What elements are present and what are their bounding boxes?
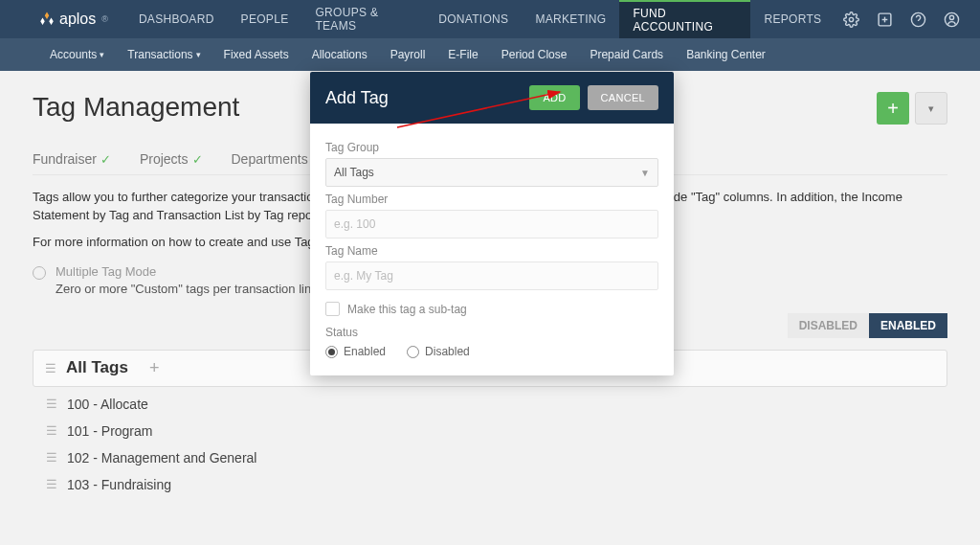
page-title: Tag Management: [33, 92, 239, 123]
tag-group-label: Tag Group: [325, 141, 658, 154]
tag-label: 103 - Fundraising: [67, 477, 171, 492]
tag-name-label: Tag Name: [325, 244, 658, 258]
subnav-accounts[interactable]: Accounts▾: [38, 48, 116, 61]
tag-list: ☰100 - Allocate☰101 - Program☰102 - Mana…: [33, 387, 947, 498]
add-tag-modal: Add Tag ADD CANCEL Tag Group All Tags ▼ …: [310, 72, 674, 375]
toggle-disabled[interactable]: DISABLED: [788, 313, 869, 338]
svg-point-0: [850, 17, 854, 21]
grip-icon: ☰: [46, 397, 57, 411]
toggle-enabled[interactable]: ENABLED: [869, 313, 947, 338]
tag-row[interactable]: ☰100 - Allocate: [46, 391, 947, 418]
add-tag-icon[interactable]: +: [149, 358, 160, 378]
logo-icon: [38, 11, 56, 28]
grip-icon: ☰: [46, 450, 57, 465]
grip-icon: ☰: [45, 361, 56, 375]
subnav-fixed-assets[interactable]: Fixed Assets: [212, 48, 301, 61]
add-dropdown-button[interactable]: ▾: [915, 92, 947, 125]
chevron-down-icon: ▾: [100, 50, 104, 59]
modal-add-button[interactable]: ADD: [529, 85, 579, 110]
subnav-e-file[interactable]: E-File: [436, 48, 489, 61]
check-icon: ✓: [100, 152, 111, 167]
grip-icon: ☰: [46, 477, 57, 491]
tag-label: 100 - Allocate: [67, 397, 148, 412]
nav-donations[interactable]: DONATIONS: [425, 0, 522, 38]
subnav-transactions[interactable]: Transactions▾: [116, 48, 212, 61]
tag-number-input[interactable]: [325, 210, 658, 238]
tab-fundraiser[interactable]: Fundraiser✓: [33, 151, 111, 167]
modal-cancel-button[interactable]: CANCEL: [588, 85, 658, 110]
status-enabled-radio[interactable]: Enabled: [325, 345, 386, 358]
checkbox-icon: [325, 302, 340, 316]
tag-number-label: Tag Number: [325, 193, 658, 206]
subnav-payroll[interactable]: Payroll: [379, 48, 437, 61]
settings-icon[interactable]: [835, 11, 868, 28]
subnav-allocations[interactable]: Allocations: [301, 48, 379, 61]
tag-group-value: All Tags: [334, 166, 374, 179]
subnav-banking-center[interactable]: Banking Center: [675, 48, 777, 61]
svg-point-7: [949, 15, 953, 19]
check-icon: ✓: [192, 152, 203, 167]
add-button[interactable]: +: [877, 92, 909, 125]
nav-groups-teams[interactable]: GROUPS & TEAMS: [301, 0, 425, 38]
nav-reports[interactable]: REPORTS: [750, 0, 835, 38]
tag-label: 102 - Management and General: [67, 450, 256, 466]
logo-text: aplos: [59, 11, 96, 28]
help-icon[interactable]: [902, 11, 935, 28]
chevron-down-icon: ▼: [640, 168, 650, 178]
nav-dashboard[interactable]: DASHBOARD: [125, 0, 228, 38]
chevron-down-icon: ▾: [196, 50, 201, 59]
logo[interactable]: aplos®: [38, 11, 108, 28]
sub-nav: Accounts▾Transactions▾Fixed AssetsAlloca…: [0, 38, 980, 71]
tag-group-select[interactable]: All Tags ▼: [325, 158, 658, 187]
tag-label: 101 - Program: [67, 423, 152, 439]
status-toggle: DISABLED ENABLED: [788, 313, 947, 338]
tag-row[interactable]: ☰103 - Fundraising: [46, 471, 947, 498]
nav-people[interactable]: PEOPLE: [228, 0, 302, 38]
subtag-checkbox-row[interactable]: Make this tag a sub-tag: [325, 302, 658, 316]
tab-departments[interactable]: Departments✓: [232, 151, 323, 167]
tag-row[interactable]: ☰101 - Program: [46, 418, 947, 444]
tag-group-title: All Tags: [66, 358, 128, 377]
modal-title: Add Tag: [325, 88, 389, 108]
grip-icon: ☰: [46, 423, 57, 438]
nav-fund-accounting[interactable]: FUND ACCOUNTING: [619, 0, 750, 38]
tag-row[interactable]: ☰102 - Management and General: [46, 444, 947, 471]
subnav-prepaid-cards[interactable]: Prepaid Cards: [578, 48, 675, 61]
tab-projects[interactable]: Projects✓: [140, 151, 203, 167]
radio-icon: [33, 266, 46, 280]
modal-header: Add Tag ADD CANCEL: [310, 72, 674, 124]
subnav-period-close[interactable]: Period Close: [490, 48, 579, 61]
status-disabled-radio[interactable]: Disabled: [407, 345, 470, 358]
add-icon[interactable]: [868, 11, 902, 28]
top-nav: aplos® DASHBOARDPEOPLEGROUPS & TEAMSDONA…: [0, 0, 980, 38]
status-label: Status: [325, 326, 658, 339]
nav-marketing[interactable]: MARKETING: [522, 0, 619, 38]
subtag-label: Make this tag a sub-tag: [347, 303, 467, 316]
tag-name-input[interactable]: [325, 261, 658, 290]
user-icon[interactable]: [935, 11, 969, 28]
